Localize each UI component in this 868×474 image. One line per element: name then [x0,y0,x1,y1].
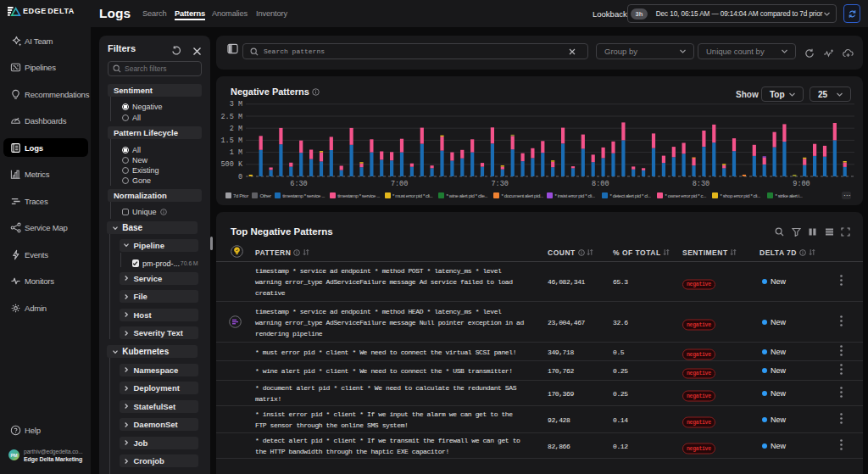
svg-text:0: 0 [238,173,242,181]
svg-text:2.5 M: 2.5 M [220,113,242,121]
svg-text:9:00: 9:00 [793,180,810,188]
svg-text:8:30: 8:30 [693,180,709,188]
svg-text:1 M: 1 M [230,148,242,157]
svg-text:1.5 M: 1.5 M [220,137,242,145]
svg-text:7:30: 7:30 [491,180,508,188]
svg-text:6:30: 6:30 [290,180,307,188]
svg-text:2 M: 2 M [230,125,242,133]
svg-text:500 K: 500 K [220,160,242,169]
svg-text:7:00: 7:00 [391,180,408,188]
svg-text:8:00: 8:00 [592,180,609,188]
svg-text:3 M: 3 M [230,100,242,109]
